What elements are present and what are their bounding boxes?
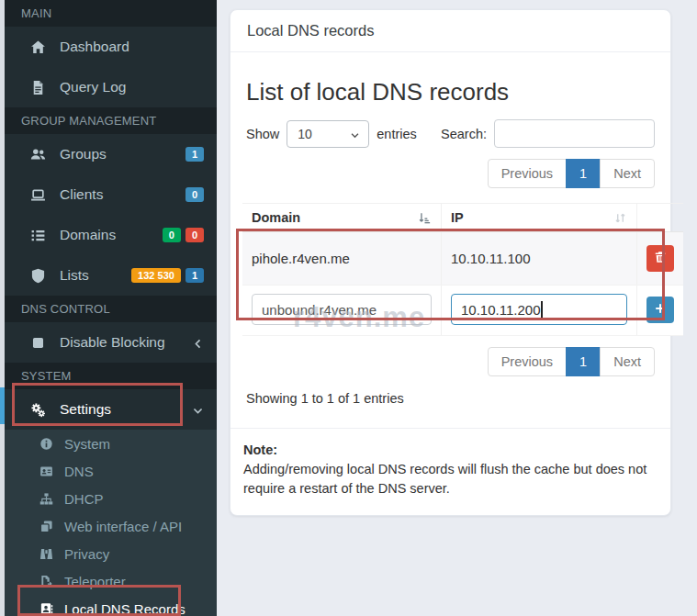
new-ip-input[interactable]: 10.10.11.200 (451, 294, 627, 325)
show-label: Show (246, 127, 279, 141)
chevron-left-icon (192, 337, 204, 349)
column-header-domain[interactable]: Domain (242, 204, 442, 232)
local-dns-card: Local DNS records List of local DNS reco… (230, 9, 671, 516)
chevron-down-icon (350, 129, 360, 139)
sidebar-item-label: Settings (60, 401, 192, 418)
submenu-item-privacy[interactable]: Privacy (5, 540, 217, 567)
note-text: Adding/removing local DNS records will f… (243, 460, 658, 498)
previous-page-button[interactable]: Previous (488, 347, 567, 376)
stop-icon (30, 335, 46, 351)
page-number-button[interactable]: 1 (566, 159, 601, 188)
file-export-icon (39, 575, 53, 588)
dns-table-wrap: r4ven.me Domain (242, 203, 658, 336)
page-length-select[interactable]: 10 (287, 120, 369, 148)
entries-label: entries (377, 127, 417, 141)
table-controls: Show 10 entries Search: (242, 119, 658, 148)
add-record-row: 10.10.11.200 (242, 286, 683, 336)
next-page-button[interactable]: Next (600, 159, 655, 188)
page-number-button[interactable]: 1 (566, 347, 601, 376)
note-section: Note: Adding/removing local DNS records … (230, 428, 670, 515)
submenu-item-system[interactable]: System (5, 430, 217, 457)
pagination-top: Previous 1 Next (242, 159, 655, 188)
submenu-item-local-dns-records[interactable]: Local DNS Records (5, 595, 217, 616)
search-input[interactable] (494, 119, 655, 148)
new-domain-input[interactable] (252, 294, 432, 325)
search-label: Search: (441, 127, 487, 141)
sort-amount-down-icon (418, 211, 432, 225)
submenu-item-label: Privacy (64, 546, 109, 562)
previous-page-button[interactable]: Previous (488, 159, 567, 188)
sidebar-item-lists[interactable]: Lists 132 530 1 (5, 255, 217, 296)
sidebar-section-main: MAIN (5, 0, 217, 27)
column-header-ip[interactable]: IP (442, 204, 637, 232)
laptop-icon (30, 187, 46, 203)
note-title: Note: (243, 441, 658, 460)
sidebar-item-domains[interactable]: Domains 0 0 (5, 215, 217, 255)
text-cursor (541, 301, 543, 318)
file-icon (30, 80, 46, 95)
active-menu-indicator (0, 387, 5, 424)
sidebar-item-groups[interactable]: Groups 1 (5, 134, 217, 174)
sidebar-item-label: Clients (60, 186, 181, 203)
plus-icon (654, 302, 667, 318)
submenu-item-label: Local DNS Records (64, 601, 185, 616)
submenu-item-teleporter[interactable]: Teleporter (5, 567, 217, 595)
shield-icon (30, 268, 46, 284)
section-label: GROUP MANAGEMENT (21, 114, 156, 128)
column-label: Domain (252, 210, 300, 225)
sidebar-item-label: Dashboard (60, 39, 204, 55)
sidebar: MAIN Dashboard Query Log GROUP MANAGEMEN… (5, 0, 217, 616)
lists-domains-badge: 132 530 (131, 268, 181, 283)
domain-cell: pihole.r4ven.me (242, 232, 442, 286)
submenu-item-label: DNS (64, 464, 94, 479)
sidebar-item-query-log[interactable]: Query Log (5, 67, 217, 107)
page-length-value: 10 (298, 127, 312, 141)
page-title: List of local DNS records (246, 78, 655, 106)
sidebar-item-clients[interactable]: Clients 0 (5, 174, 217, 215)
card-title: Local DNS records (230, 10, 670, 52)
id-card-icon (39, 465, 53, 478)
submenu-item-web-interface-api[interactable]: Web interface / API (5, 512, 217, 540)
table-row: pihole.r4ven.me 10.10.11.100 (242, 232, 683, 286)
sidebar-item-dashboard[interactable]: Dashboard (5, 27, 217, 67)
new-ip-value: 10.10.11.200 (461, 302, 540, 318)
submenu-item-label: System (64, 436, 110, 452)
info-icon (39, 437, 53, 451)
submenu-item-dns[interactable]: DNS (5, 457, 217, 485)
column-label: IP (451, 210, 464, 225)
next-page-button[interactable]: Next (600, 347, 655, 376)
section-label: SYSTEM (21, 369, 72, 383)
binoculars-icon (39, 547, 53, 561)
pagination-bottom: Previous 1 Next (242, 347, 655, 376)
lists-count-badge: 1 (185, 268, 204, 283)
sidebar-item-label: Lists (60, 267, 127, 284)
sidebar-item-disable-blocking[interactable]: Disable Blocking (5, 322, 217, 363)
clone-icon (39, 520, 53, 533)
main-content: Local DNS records List of local DNS reco… (217, 0, 697, 616)
sidebar-item-label: Disable Blocking (60, 334, 192, 351)
list-icon (30, 228, 46, 243)
home-icon (30, 39, 46, 55)
ip-cell: 10.10.11.100 (442, 232, 637, 286)
domains-denied-badge: 0 (185, 228, 204, 242)
add-record-button[interactable] (646, 297, 674, 323)
settings-submenu: System DNS DHCP Web interface / API (5, 430, 217, 616)
domains-allowed-badge: 0 (163, 228, 181, 242)
section-label: DNS CONTROL (21, 302, 110, 316)
sidebar-item-settings[interactable]: Settings (5, 389, 217, 430)
gears-icon (30, 402, 46, 418)
submenu-item-label: Teleporter (64, 574, 126, 589)
groups-count-badge: 1 (185, 147, 204, 162)
page: MAIN Dashboard Query Log GROUP MANAGEMEN… (0, 0, 697, 616)
sidebar-section-system: SYSTEM (5, 363, 217, 389)
delete-record-button[interactable] (646, 245, 674, 272)
sidebar-item-label: Domains (60, 227, 158, 243)
sidebar-section-dns-control: DNS CONTROL (5, 296, 217, 322)
clients-count-badge: 0 (185, 187, 204, 202)
sitemap-icon (39, 492, 53, 506)
sidebar-section-group-management: GROUP MANAGEMENT (5, 107, 217, 134)
page-length-control: Show 10 entries (246, 120, 417, 148)
submenu-item-label: DHCP (64, 491, 104, 507)
section-label: MAIN (21, 6, 51, 20)
submenu-item-dhcp[interactable]: DHCP (5, 485, 217, 512)
